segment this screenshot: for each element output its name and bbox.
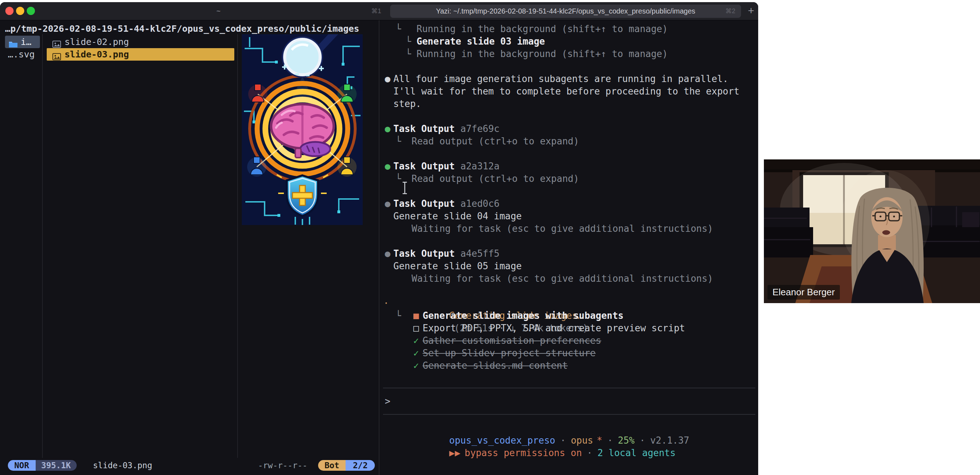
mode-badge: NOR <box>8 460 36 471</box>
permissions-text: -rw-r--r-- <box>258 461 307 470</box>
todo-item-done: ✓ Gather customisation preferences <box>379 335 758 347</box>
bypass-permissions-text: bypass permissions on <box>465 448 582 458</box>
tab-home[interactable]: ~ ⌘1 <box>50 5 387 18</box>
progress-line: · Generating slide images… (2m 51s · ↓ 7… <box>379 297 758 310</box>
todo-item-done: ✓ Generate slides.md content <box>379 359 758 372</box>
todo-open-box-icon: □ <box>413 322 419 335</box>
check-icon: ✓ <box>413 347 419 359</box>
prompt-icon: > <box>385 396 390 407</box>
todo-item-open: □ Export PDF, PPTX, SPA and create previ… <box>379 322 758 335</box>
local-agents-text: 2 local agents <box>597 448 675 458</box>
tab-yazi[interactable]: Yazi: ~/.tmp/tmp-2026-02-08-19-51-44-klc… <box>390 5 741 18</box>
participant-name-label: Eleanor Berger <box>767 285 840 300</box>
tab-home-shortcut: ⌘1 <box>371 5 381 18</box>
screen: ~ ⌘1 Yazi: ~/.tmp/tmp-2026-02-08-19-51-4… <box>0 0 980 475</box>
parent-item-label: i… <box>21 36 31 48</box>
task-output-detail: └ Read output (ctrl+o to expand) <box>379 135 758 148</box>
task-output-taskname: Generate slide 04 image <box>379 210 758 222</box>
parent-item-svg[interactable]: ….svg <box>5 48 40 60</box>
bg-task-running-line: └ Running in the background (shift+↑ to … <box>379 48 758 60</box>
file-name: slide-03.png <box>65 48 129 60</box>
check-icon: ✓ <box>413 359 419 372</box>
image-file-icon <box>52 51 61 64</box>
webcam-tile: Eleanor Berger <box>764 159 980 303</box>
task-output-waiting: Waiting for task (esc to give additional… <box>379 272 758 285</box>
ibeam-cursor <box>402 181 408 196</box>
task-output-waiting: Waiting for task (esc to give additional… <box>379 222 758 235</box>
task-output-header: ● Task Output a2a312a <box>379 160 758 173</box>
assistant-message-line: step. <box>379 98 758 110</box>
spinner-icon: · <box>383 297 389 310</box>
right-panel: Eleanor Berger <box>758 0 980 475</box>
preview-art-svg <box>242 34 363 225</box>
file-row-slide-03-selected[interactable]: slide-03.png <box>47 48 234 60</box>
statusbar-filename: slide-03.png <box>93 461 152 470</box>
position-badge: Bot <box>318 460 346 471</box>
todo-item-done: ✓ Set up Slidev project structure <box>379 347 758 359</box>
webcam-video <box>764 159 980 303</box>
minimize-window-icon[interactable] <box>16 7 24 15</box>
column-divider <box>42 34 43 458</box>
prompt-input[interactable]: > <box>383 388 755 415</box>
tab-yazi-shortcut: ⌘2 <box>725 5 735 18</box>
claude-code-pane: └ Running in the background (shift+↑ to … <box>379 20 758 475</box>
claude-statusline: opus_vs_codex_preso·opus*·25%·v2.1.37 <box>379 422 758 434</box>
todo-item-active: └ ■ Generate slide images with subagents <box>379 310 758 322</box>
yazi-statusbar: NOR 395.1K slide-03.png -rw-r--r-- Bot 2… <box>0 460 379 471</box>
task-output-header: ● Task Output a1ed0c6 <box>379 197 758 210</box>
breadcrumb: …p/tmp-2026-02-08-19-51-44-klc2F/opus_vs… <box>5 22 359 35</box>
bg-task-running-line: └ Running in the background (shift+↑ to … <box>379 23 758 35</box>
terminal-window: ~ ⌘1 Yazi: ~/.tmp/tmp-2026-02-08-19-51-4… <box>0 2 758 475</box>
parent-item-label: ….svg <box>8 48 35 60</box>
task-output-detail: └ Read output (ctrl+o to expand) <box>379 173 758 185</box>
counter-badge: 2/2 <box>345 460 375 471</box>
image-preview <box>242 34 363 225</box>
file-row-slide-02[interactable]: slide-02.png <box>47 36 234 48</box>
window-titlebar: ~ ⌘1 Yazi: ~/.tmp/tmp-2026-02-08-19-51-4… <box>0 2 758 20</box>
task-output-taskname: Generate slide 05 image <box>379 260 758 272</box>
folder-icon <box>8 38 18 48</box>
yazi-pane: …p/tmp-2026-02-08-19-51-44-klc2F/opus_vs… <box>0 20 379 475</box>
plus-icon: + <box>748 5 754 16</box>
file-size-badge: 395.1K <box>36 460 77 471</box>
tab-yazi-label: Yazi: ~/.tmp/tmp-2026-02-08-19-51-44-klc… <box>436 7 695 15</box>
check-icon: ✓ <box>413 335 419 347</box>
file-name: slide-02.png <box>65 36 129 48</box>
assistant-message-line: I'll wait for them to complete before pr… <box>379 85 758 98</box>
tab-home-label: ~ <box>216 7 221 15</box>
assistant-message-line: ● All four image generation subagents ar… <box>379 73 758 85</box>
bg-task-title-line: └ Generate slide 03 image <box>379 35 758 48</box>
close-window-icon[interactable] <box>5 7 14 15</box>
double-arrow-icon: ▶▶ <box>449 448 460 458</box>
column-divider <box>237 34 238 458</box>
permissions-line: ▶▶bypass permissions on·2 local agents <box>379 434 758 447</box>
new-tab-button[interactable]: + <box>745 5 757 18</box>
todo-active-box-icon: ■ <box>413 310 419 322</box>
parent-item-images[interactable]: i… <box>5 36 40 48</box>
task-output-header: ● Task Output a4e5ff5 <box>379 248 758 260</box>
zoom-window-icon[interactable] <box>27 7 35 15</box>
task-output-header: ● Task Output a7fe69c <box>379 123 758 135</box>
